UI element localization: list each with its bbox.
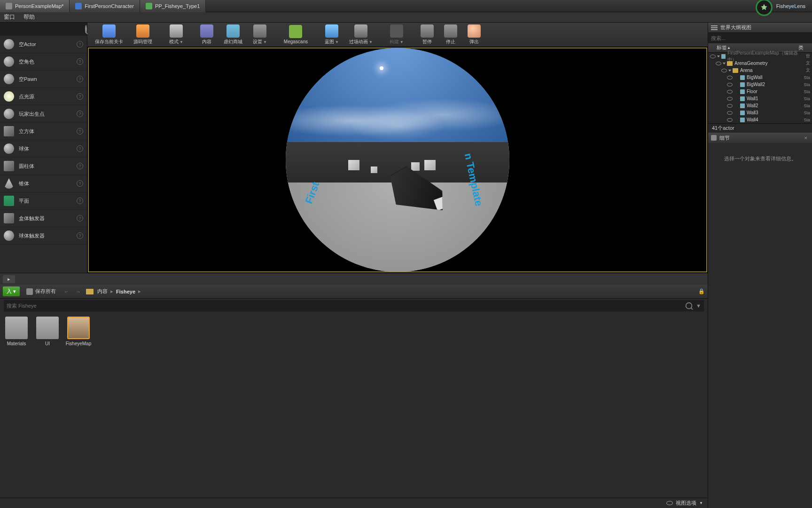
pause-button[interactable]: 暂停 (416, 24, 438, 46)
info-icon[interactable]: ? (77, 128, 83, 135)
visibility-icon[interactable] (727, 104, 733, 108)
cb-search-input[interactable] (7, 303, 685, 309)
outliner-header[interactable]: 世界大纲视图 (708, 23, 812, 33)
settings-button[interactable]: 设置▼ (248, 24, 272, 46)
tab-map[interactable]: PersonExampleMap* (0, 0, 70, 12)
tree-type: Sta (804, 75, 810, 80)
actor-type-icon (4, 39, 14, 49)
source-control-button[interactable]: 源码管理 (129, 24, 157, 46)
info-icon[interactable]: ? (77, 41, 83, 48)
visibility-icon[interactable] (727, 118, 733, 122)
crumb-fisheye[interactable]: Fisheye (116, 289, 135, 294)
visibility-icon[interactable] (716, 62, 721, 65)
filter-icon[interactable]: ▼ (696, 303, 701, 309)
info-icon[interactable]: ? (77, 232, 83, 239)
tree-row[interactable]: Wall1Sta (708, 95, 812, 102)
place-actor-item[interactable]: 空Actor? (0, 36, 87, 53)
place-actor-item[interactable]: 锥体? (0, 175, 87, 192)
save-all-button[interactable]: 保存所有 (23, 286, 59, 296)
tree-row[interactable]: Wall3Sta (708, 109, 812, 116)
tab-label: FirstPersonCharacter (85, 3, 134, 9)
asset-item[interactable]: FisheyeMap (66, 317, 91, 346)
blueprint-button[interactable]: 蓝图▼ (320, 24, 344, 46)
nav-forward-button[interactable]: → (74, 289, 82, 294)
eject-button[interactable]: 弹出 (463, 24, 485, 46)
cinematic-button[interactable]: 过场动画▼ (344, 24, 377, 46)
folder-icon[interactable] (86, 289, 94, 294)
visibility-icon[interactable] (727, 76, 733, 79)
place-actor-item[interactable]: 圆柱体? (0, 158, 87, 175)
tree-row[interactable]: FloorSta (708, 88, 812, 95)
place-actor-item[interactable]: 立方体? (0, 123, 87, 140)
visibility-icon[interactable] (710, 55, 716, 58)
expand-icon[interactable] (723, 63, 726, 64)
details-icon (711, 135, 717, 141)
save-button[interactable]: 保存当前关卡 (90, 24, 128, 46)
place-actor-item[interactable]: 球体触发器? (0, 227, 87, 245)
search-icon[interactable] (686, 302, 692, 309)
visibility-icon[interactable] (721, 69, 727, 72)
asset-item[interactable]: UI (35, 317, 60, 346)
mode-button[interactable]: 模式▼ (164, 24, 188, 46)
megascans-button[interactable]: Megascans (279, 24, 312, 46)
build-button[interactable]: 构建▼ (385, 24, 408, 46)
list-icon (711, 25, 718, 30)
tree-row[interactable]: Wall4Sta (708, 116, 812, 123)
menu-window[interactable]: 窗口 (4, 13, 15, 21)
asset-thumb-icon (5, 317, 28, 339)
lock-icon[interactable]: 🔒 (698, 288, 705, 294)
place-actor-item[interactable]: 平面? (0, 192, 87, 210)
info-icon[interactable]: ? (77, 93, 83, 100)
actor-type-icon (4, 213, 14, 223)
tree-label: Wall2 (747, 103, 758, 108)
cb-tab[interactable]: ▸ (3, 275, 15, 283)
cb-search: ▼ (4, 300, 704, 311)
info-icon[interactable]: ? (77, 145, 83, 152)
asset-item[interactable]: Materials (4, 317, 29, 346)
place-actor-item[interactable]: 盒体触发器? (0, 210, 87, 227)
cinematic-icon (354, 24, 367, 38)
tree-row[interactable]: Arena文 (708, 67, 812, 74)
place-search-input[interactable] (2, 24, 85, 35)
info-icon[interactable]: ? (77, 180, 83, 187)
tree-row[interactable]: Wall2Sta (708, 102, 812, 109)
tree-type: Sta (804, 111, 810, 115)
marketplace-button[interactable]: 虚幻商城 (219, 24, 247, 46)
place-actor-item[interactable]: 球体? (0, 140, 87, 158)
info-icon[interactable]: ? (77, 111, 83, 117)
visibility-icon[interactable] (727, 111, 733, 115)
visibility-icon[interactable] (727, 90, 733, 94)
details-header[interactable]: 细节 × (708, 133, 812, 143)
visibility-icon[interactable] (727, 97, 733, 101)
tab-material[interactable]: PP_Fisheye_Type1 (140, 0, 206, 12)
place-actor-item[interactable]: 玩家出生点? (0, 105, 87, 123)
content-button[interactable]: 内容 (195, 24, 218, 46)
info-icon[interactable]: ? (77, 198, 83, 204)
tree-row[interactable]: BigWall2Sta (708, 81, 812, 88)
tab-character[interactable]: FirstPersonCharacter (70, 0, 140, 12)
outliner-search-input[interactable] (711, 35, 809, 41)
info-icon[interactable]: ? (77, 163, 83, 169)
place-actor-item[interactable]: 空Pawn? (0, 71, 87, 88)
place-actors-panel: 空Actor?空角色?空Pawn?点光源?玩家出生点?立方体?球体?圆柱体?锥体… (0, 23, 87, 273)
visibility-icon[interactable] (727, 83, 733, 87)
info-icon[interactable]: ? (77, 76, 83, 82)
actor-type-icon (4, 178, 14, 189)
menu-help[interactable]: 帮助 (23, 13, 35, 21)
expand-icon[interactable] (717, 56, 720, 57)
info-icon[interactable]: ? (77, 215, 83, 222)
add-button[interactable]: 入 ▾ (3, 286, 20, 296)
expand-icon[interactable] (728, 70, 731, 71)
close-icon[interactable]: × (803, 135, 809, 141)
info-icon[interactable]: ? (77, 58, 83, 65)
place-actor-item[interactable]: 点光源? (0, 88, 87, 105)
crumb-content[interactable]: 内容 (97, 288, 108, 295)
place-actor-item[interactable]: 空角色? (0, 53, 87, 71)
tree-row[interactable]: BigWallSta (708, 74, 812, 81)
search-icon[interactable] (85, 25, 87, 33)
tree-row[interactable]: FirstPersonExampleMap（编辑器中）世 (708, 53, 812, 60)
viewport[interactable]: First n Template (88, 48, 707, 272)
stop-button[interactable]: 停止 (439, 24, 462, 46)
nav-back-button[interactable]: ← (62, 289, 70, 294)
view-options-button[interactable]: 视图选项 (676, 500, 696, 507)
